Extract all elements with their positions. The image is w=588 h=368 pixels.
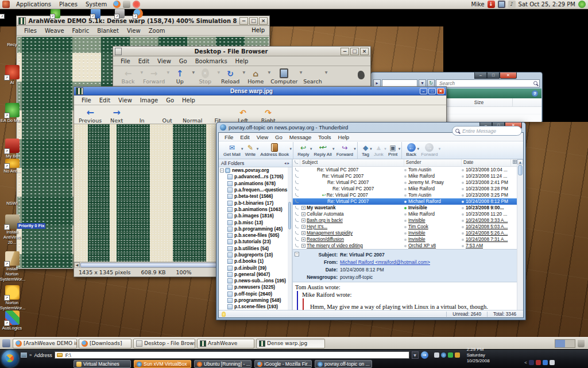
update-notifier-icon[interactable]: ↓	[488, 1, 495, 8]
menu-item[interactable]: View	[114, 97, 136, 104]
toolbar-button[interactable]: Back ▼	[115, 67, 141, 85]
start-button[interactable]	[2, 350, 18, 367]
folder-pane-header[interactable]: All Folders ◂ ▸	[219, 159, 292, 167]
toolbar-button[interactable]: Forward ▼	[141, 67, 167, 85]
toolbar-button[interactable]: Previous	[76, 106, 104, 124]
explorer-search-box[interactable]	[436, 79, 540, 87]
newsgroup-folder-row[interactable]: p.d.inbuilt (39)	[219, 264, 292, 271]
taskbar-window-button[interactable]: [Downloads]	[79, 339, 131, 348]
firefox-launcher-icon[interactable]	[113, 1, 121, 8]
menu-item[interactable]: Go	[272, 134, 286, 140]
toolbar-button[interactable]: Out	[154, 106, 180, 124]
tray-icon[interactable]	[529, 360, 534, 365]
newsgroup-folder-row[interactable]: p.advanced...rs (1705)	[219, 174, 292, 180]
menu-item[interactable]: File	[117, 57, 134, 65]
toolbar-chevron-icon[interactable]: »	[29, 352, 32, 358]
message-row[interactable]: + ↩ The misery of video editing Orchid X…	[293, 243, 523, 249]
screenshot-launcher-icon[interactable]	[123, 1, 130, 8]
panel-menu[interactable]: Places	[55, 1, 82, 7]
message-row[interactable]: + ↩ Re: Virtual PC 2007 Tom Austin	[293, 192, 523, 198]
message-body-scrollbar[interactable]: ▲	[517, 159, 523, 310]
thread-expander-icon[interactable]: +	[301, 225, 305, 229]
taskbar-window-button[interactable]: Ubuntu [Running] - ...	[194, 360, 252, 368]
menu-item[interactable]: View	[123, 27, 145, 34]
menu-item-help[interactable]: Help	[252, 27, 265, 33]
tray-icon[interactable]	[536, 360, 541, 365]
newsgroup-folder-row[interactable]: p.b.animations (1063)	[219, 206, 292, 213]
message-row[interactable]: + ↩ Reaction/diffusion Invisible	[293, 236, 523, 243]
taskbar-window-button[interactable]: Virtual Machines	[74, 360, 131, 368]
newsgroup-folder-row[interactable]: p.programming (548)	[219, 297, 292, 304]
minimize-button[interactable]: −	[341, 48, 349, 55]
thread-expander-icon[interactable]: +	[301, 237, 305, 241]
menu-item[interactable]: Go	[162, 97, 178, 104]
menu-item[interactable]: Edit	[237, 134, 253, 140]
taskbar-window-button[interactable]: Dense warp.jpg	[256, 339, 325, 348]
quick-search-box[interactable]	[452, 132, 522, 136]
menu-item[interactable]: Go	[175, 57, 191, 65]
toolbar-button[interactable]: Junk ▼	[372, 142, 386, 159]
message-row[interactable]: + ↩ My wavetank Invisible	[293, 205, 523, 211]
taskbar-clock[interactable]: 2:29 PM Saturday 10/25/2008	[467, 347, 497, 364]
desktop-icon[interactable]: AusLogics	[0, 310, 24, 331]
close-button[interactable]: ×	[259, 17, 268, 25]
tray-icon[interactable]	[550, 360, 555, 365]
minimize-button[interactable]: −	[239, 17, 248, 25]
newsgroup-folder-row[interactable]: p.animations (678)	[219, 181, 292, 187]
panel-menu[interactable]: Applications	[12, 1, 55, 7]
toolbar-button[interactable]: Up ▼	[167, 67, 192, 85]
newsgroup-folder-row[interactable]: p.b.utilities (54)	[219, 246, 292, 252]
thread-expander-icon[interactable]: +	[301, 206, 305, 210]
menu-item[interactable]: File	[78, 97, 95, 104]
address-input[interactable]	[64, 352, 407, 359]
tray-expand-icon[interactable]: <	[524, 360, 527, 365]
menu-item[interactable]: Help	[178, 97, 199, 104]
subject-column-header[interactable]: Subject	[300, 159, 404, 166]
go-button[interactable]: →	[421, 351, 428, 359]
distro-logo-icon[interactable]	[2, 1, 10, 8]
folder-pane-arrows[interactable]: ◂ ▸	[284, 161, 289, 166]
taskbar-window-button[interactable]: Desktop - File Browser	[133, 339, 195, 348]
menu-item[interactable]: View	[153, 57, 175, 65]
message-row[interactable]: + ↩ Re: Virtual PC 2007 Michael Raiford	[293, 198, 523, 205]
address-bar[interactable]	[55, 351, 409, 359]
menu-item[interactable]: View	[253, 134, 272, 140]
toolbar-button[interactable]: Get Mail ▼	[221, 142, 243, 159]
taskbar-window-button[interactable]: [ArahWeave DEMO in...	[13, 339, 77, 348]
maximize-button[interactable]: □	[249, 17, 258, 25]
newsgroup-folder-row[interactable]: p.b.tutorials (23)	[219, 239, 292, 245]
message-row[interactable]: + ↩ Re: Virtual PC 2007 Tom Austin	[293, 167, 523, 173]
thread-expander-icon[interactable]: +	[301, 244, 305, 248]
menu-item[interactable]: Fabric	[68, 27, 94, 34]
toolbar-button[interactable]: Tag ▼	[357, 142, 372, 159]
message-row[interactable]: + ↩ Re: Virtual PC 2007 Mike Raiford	[293, 186, 523, 192]
toolbar-button[interactable]: Stop ▼	[192, 67, 218, 85]
panel-menu[interactable]: System	[82, 1, 111, 7]
message-row[interactable]: + ↩ Management stupidity Invisible	[293, 230, 523, 236]
toolbar-button[interactable]: Back ▼	[401, 142, 419, 159]
display-tray-icon[interactable]	[498, 1, 505, 8]
workspace-2[interactable]	[565, 340, 575, 347]
toolbar-button[interactable]: Address Book ▼	[258, 142, 291, 159]
toolbar-button[interactable]: In	[129, 106, 154, 124]
menu-item[interactable]: Zoom	[145, 27, 169, 34]
newsgroup-folder-row[interactable]: p.t.scene-files (193)	[219, 304, 292, 310]
help-icon[interactable]: ?	[532, 90, 538, 97]
menu-item[interactable]: Tools	[315, 134, 334, 140]
tray-icon[interactable]	[441, 352, 446, 358]
desktop-icon[interactable]: Norton SystemWor...	[0, 282, 24, 310]
explorer-search-input[interactable]	[438, 80, 533, 87]
newsgroup-folder-row[interactable]: p.b.programming (45)	[219, 226, 292, 232]
toolbar-button[interactable]: Home ▼	[243, 67, 268, 85]
desktop-icon[interactable]: NSWI	[0, 174, 24, 206]
pen-shortcut-icon[interactable]	[51, 9, 60, 18]
green-arrow-shortcut-icon[interactable]	[91, 9, 100, 18]
menu-item[interactable]: Message	[286, 134, 315, 140]
toolbar-button[interactable]: Print ▼	[386, 142, 400, 159]
volume-tray-icon[interactable]: ♪	[508, 1, 516, 8]
menu-item[interactable]: Image	[136, 97, 162, 104]
scroll-left-arrow[interactable]: ◀	[74, 262, 80, 268]
toolbar-button[interactable]: Search ▼	[300, 67, 325, 85]
close-button[interactable]: ×	[360, 48, 369, 55]
desktop-icon[interactable]: My Bo	[0, 123, 24, 159]
